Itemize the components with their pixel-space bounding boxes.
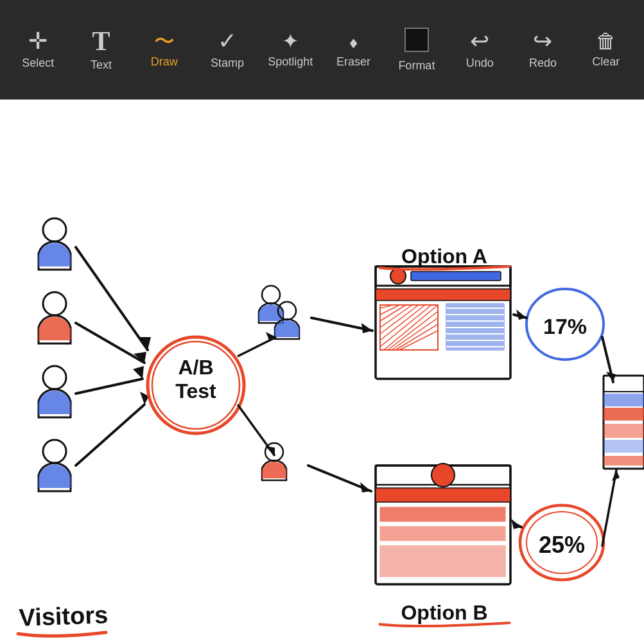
svg-text:A/B: A/B bbox=[178, 356, 213, 379]
eraser-label: Eraser bbox=[336, 55, 370, 69]
tool-clear[interactable]: 🗑 Clear bbox=[584, 31, 629, 69]
undo-icon: ↩ bbox=[470, 30, 489, 53]
svg-text:Test: Test bbox=[175, 379, 216, 403]
draw-icon: 〜 bbox=[154, 31, 175, 51]
svg-rect-24 bbox=[411, 272, 501, 281]
redo-label: Redo bbox=[529, 57, 557, 70]
undo-label: Undo bbox=[466, 57, 494, 70]
eraser-icon: ⬧ bbox=[347, 31, 360, 51]
tool-text[interactable]: T Text bbox=[78, 28, 123, 72]
svg-point-50 bbox=[431, 464, 455, 487]
stamp-label: Stamp bbox=[211, 57, 244, 70]
svg-rect-66 bbox=[604, 408, 644, 421]
clear-label: Clear bbox=[592, 55, 620, 69]
tool-eraser[interactable]: ⬧ Eraser bbox=[331, 31, 376, 69]
canvas-area[interactable]: Visitors bbox=[0, 100, 644, 644]
svg-rect-54 bbox=[380, 546, 505, 577]
select-icon: ✛ bbox=[28, 30, 48, 53]
tool-undo[interactable]: ↩ Undo bbox=[457, 30, 502, 70]
select-label: Select bbox=[22, 57, 54, 70]
tool-draw[interactable]: 〜 Draw bbox=[142, 31, 187, 69]
svg-rect-67 bbox=[604, 424, 644, 438]
text-label: Text bbox=[91, 58, 112, 72]
svg-rect-51 bbox=[376, 488, 510, 502]
svg-rect-25 bbox=[376, 289, 510, 300]
tool-format[interactable]: Format bbox=[394, 28, 439, 73]
svg-rect-68 bbox=[604, 440, 644, 453]
svg-rect-63 bbox=[604, 376, 644, 469]
redo-icon: ↪ bbox=[533, 30, 552, 53]
svg-rect-52 bbox=[380, 507, 505, 521]
svg-rect-65 bbox=[604, 394, 644, 406]
svg-text:25%: 25% bbox=[539, 532, 585, 558]
toolbar: ✛ Select T Text 〜 Draw ✓ Stamp ✦ Spotlig… bbox=[0, 0, 644, 100]
svg-rect-53 bbox=[380, 527, 505, 541]
clear-icon: 🗑 bbox=[596, 31, 616, 51]
svg-text:17%: 17% bbox=[543, 314, 587, 338]
svg-text:Option A: Option A bbox=[401, 245, 487, 268]
svg-text:Visitors: Visitors bbox=[19, 601, 109, 631]
format-icon bbox=[405, 28, 429, 55]
tool-spotlight[interactable]: ✦ Spotlight bbox=[268, 31, 313, 69]
svg-point-23 bbox=[390, 268, 406, 284]
svg-text:Option B: Option B bbox=[401, 601, 487, 624]
spotlight-label: Spotlight bbox=[268, 55, 313, 69]
svg-rect-69 bbox=[604, 456, 644, 466]
tool-select[interactable]: ✛ Select bbox=[15, 30, 60, 70]
text-icon: T bbox=[92, 28, 110, 55]
stamp-icon: ✓ bbox=[218, 30, 237, 53]
tool-redo[interactable]: ↪ Redo bbox=[520, 30, 565, 70]
draw-label: Draw bbox=[151, 55, 178, 69]
tool-stamp[interactable]: ✓ Stamp bbox=[205, 30, 250, 70]
spotlight-icon: ✦ bbox=[282, 31, 299, 51]
format-label: Format bbox=[398, 59, 435, 73]
